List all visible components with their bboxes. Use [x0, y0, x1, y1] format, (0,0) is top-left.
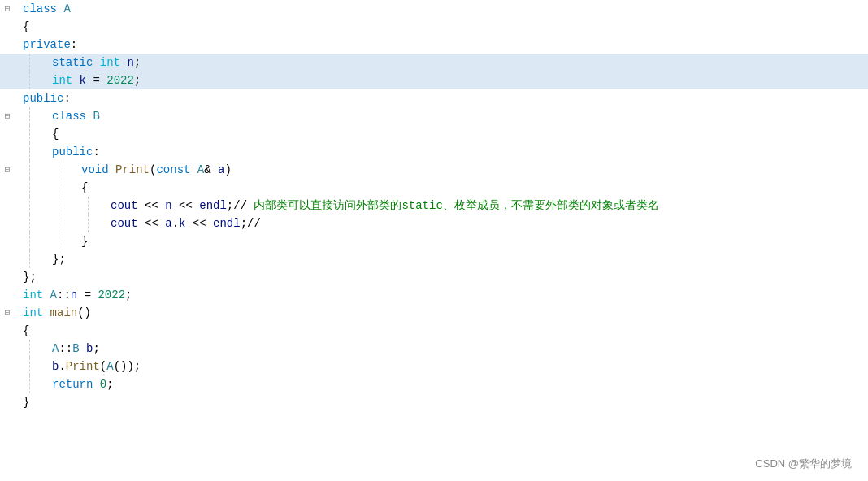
line-content: {: [15, 125, 59, 143]
code-token: public: [52, 143, 93, 161]
line-content: static int n;: [15, 54, 141, 72]
line-content: public:: [15, 89, 71, 107]
code-token: {: [52, 125, 59, 143]
code-token: A: [52, 340, 59, 358]
code-token: class: [23, 0, 63, 18]
code-token: class: [52, 107, 93, 125]
table-row: ⊟class A: [0, 0, 868, 18]
line-content: private:: [15, 36, 77, 54]
line-content: return 0;: [15, 375, 114, 393]
line-content: int A::n = 2022;: [15, 286, 132, 304]
fold-icon[interactable]: ⊟: [0, 161, 15, 179]
table-row: {: [0, 322, 868, 340]
code-token: endl: [213, 214, 241, 232]
line-content: class B: [15, 107, 100, 125]
line-content: cout << n << endl;// 内部类可以直接访问外部类的static…: [15, 197, 659, 214]
code-token: const: [156, 161, 197, 179]
code-token: 内部类可以直接访问外部类的static、枚举成员，不需要外部类的对象或者类名: [254, 197, 658, 214]
code-token: .: [59, 358, 65, 375]
line-content: {: [15, 179, 88, 197]
code-token: int: [100, 54, 128, 72]
line-content: int main(): [15, 304, 91, 322]
line-content: int k = 2022;: [15, 72, 141, 89]
code-token: };: [52, 250, 66, 268]
code-token: =: [86, 72, 106, 89]
line-content: };: [15, 250, 66, 268]
code-token: ::: [59, 340, 72, 358]
code-token: }: [81, 232, 88, 250]
fold-icon[interactable]: ⊟: [0, 107, 15, 125]
code-token: ;//: [241, 214, 261, 232]
code-token: <<: [138, 197, 166, 214]
code-token: <<: [138, 214, 166, 232]
code-token: :: [71, 36, 77, 54]
code-token: ): [224, 161, 231, 179]
table-row: };: [0, 268, 868, 286]
table-row: {: [0, 125, 868, 143]
line-content: cout << a.k << endl;//: [15, 214, 261, 232]
line-content: };: [15, 268, 37, 286]
table-row: int A::n = 2022;: [0, 286, 868, 304]
code-token: 0: [100, 375, 106, 393]
code-token: int: [23, 304, 50, 322]
table-row: A::B b;: [0, 340, 868, 358]
line-content: {: [15, 18, 29, 36]
code-token: };: [23, 268, 37, 286]
code-token: main: [50, 304, 78, 322]
code-token: A: [63, 0, 70, 18]
code-token: ()): [114, 358, 134, 375]
table-row: ⊟void Print(const A& a): [0, 161, 868, 179]
code-token: =: [77, 286, 98, 304]
code-token: :: [63, 89, 70, 107]
code-token: ;: [125, 286, 132, 304]
code-token: {: [23, 322, 29, 340]
table-row: b.Print(A());: [0, 358, 868, 375]
table-row: public:: [0, 143, 868, 161]
table-row: static int n;: [0, 54, 868, 72]
code-token: static: [52, 54, 100, 72]
code-token: k: [179, 214, 185, 232]
code-token: B: [93, 107, 99, 125]
code-editor: ⊟class A{private:static int n;int k = 20…: [0, 0, 868, 481]
code-lines: ⊟class A{private:static int n;int k = 20…: [0, 0, 868, 411]
code-token: (): [77, 304, 91, 322]
line-content: }: [15, 232, 88, 250]
code-token: ;: [134, 358, 141, 375]
code-token: ;: [93, 340, 99, 358]
table-row: cout << a.k << endl;//: [0, 214, 868, 232]
code-token: ;: [134, 54, 141, 72]
code-token: return: [52, 375, 100, 393]
code-token: k: [80, 72, 86, 89]
table-row: {: [0, 18, 868, 36]
line-content: {: [15, 322, 29, 340]
table-row: };: [0, 250, 868, 268]
table-row: private:: [0, 36, 868, 54]
code-token: void: [81, 161, 115, 179]
code-token: n: [71, 286, 77, 304]
code-token: :: [93, 143, 99, 161]
code-token: endl: [199, 197, 227, 214]
code-token: <<: [172, 197, 200, 214]
code-token: ;: [134, 72, 141, 89]
code-token: public: [23, 89, 63, 107]
watermark: CSDN @繁华的梦境: [755, 457, 852, 471]
code-token: <<: [185, 214, 213, 232]
table-row: ⊟int main(): [0, 304, 868, 322]
code-token: ;: [106, 375, 113, 393]
code-token: ::: [57, 286, 71, 304]
code-token: A: [106, 358, 113, 375]
fold-icon[interactable]: ⊟: [0, 304, 15, 322]
code-token: int: [52, 72, 80, 89]
code-token: (: [150, 161, 156, 179]
code-token: Print: [66, 358, 100, 375]
table-row: {: [0, 179, 868, 197]
line-content: void Print(const A& a): [15, 161, 232, 179]
code-token: {: [81, 179, 88, 197]
code-token: a: [165, 214, 171, 232]
fold-icon[interactable]: ⊟: [0, 0, 15, 18]
line-content: b.Print(A());: [15, 358, 141, 375]
table-row: int k = 2022;: [0, 72, 868, 89]
table-row: cout << n << endl;// 内部类可以直接访问外部类的static…: [0, 197, 868, 214]
code-token: cout: [111, 214, 138, 232]
code-token: B: [72, 340, 79, 358]
